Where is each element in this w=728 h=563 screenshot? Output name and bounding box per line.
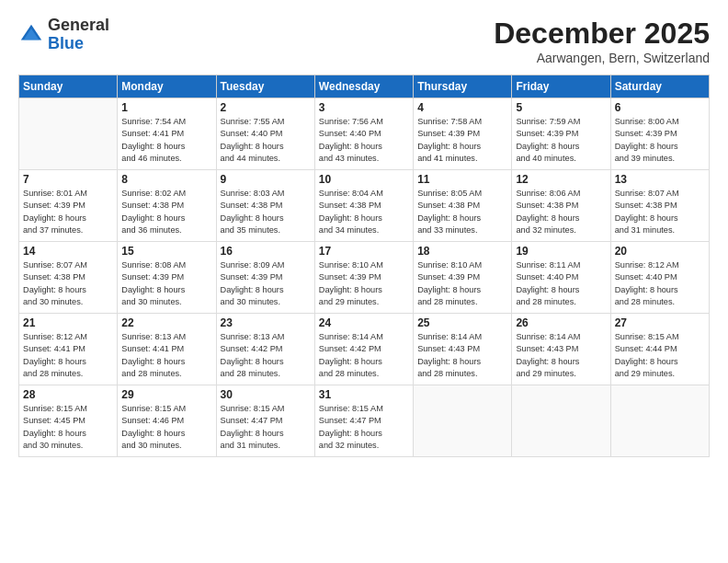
calendar-week-3: 21Sunrise: 8:12 AM Sunset: 4:41 PM Dayli…: [19, 314, 710, 385]
day-number: 7: [23, 173, 113, 186]
calendar-cell: 18Sunrise: 8:10 AM Sunset: 4:39 PM Dayli…: [414, 242, 512, 314]
calendar-cell: 31Sunrise: 8:15 AM Sunset: 4:47 PM Dayli…: [314, 385, 413, 457]
day-info: Sunrise: 7:54 AM Sunset: 4:41 PM Dayligh…: [121, 116, 211, 165]
month-title: December 2025: [494, 17, 710, 51]
day-number: 9: [221, 173, 311, 186]
day-number: 20: [615, 245, 705, 258]
day-info: Sunrise: 8:00 AM Sunset: 4:39 PM Dayligh…: [615, 116, 705, 165]
calendar-header-row: SundayMondayTuesdayWednesdayThursdayFrid…: [19, 75, 710, 98]
calendar-cell: 22Sunrise: 8:13 AM Sunset: 4:41 PM Dayli…: [118, 314, 216, 385]
calendar-cell: [512, 385, 610, 457]
day-info: Sunrise: 8:12 AM Sunset: 4:41 PM Dayligh…: [23, 331, 113, 380]
calendar-cell: 19Sunrise: 8:11 AM Sunset: 4:40 PM Dayli…: [512, 242, 610, 314]
calendar-week-0: 1Sunrise: 7:54 AM Sunset: 4:41 PM Daylig…: [19, 98, 710, 170]
calendar-header-saturday: Saturday: [610, 75, 709, 98]
calendar-header-friday: Friday: [512, 75, 610, 98]
logo: General Blue: [18, 17, 109, 53]
calendar-cell: 4Sunrise: 7:58 AM Sunset: 4:39 PM Daylig…: [414, 98, 512, 170]
calendar-header-monday: Monday: [118, 75, 216, 98]
calendar-week-4: 28Sunrise: 8:15 AM Sunset: 4:45 PM Dayli…: [19, 385, 710, 457]
calendar-cell: 16Sunrise: 8:09 AM Sunset: 4:39 PM Dayli…: [216, 242, 314, 314]
calendar-cell: 14Sunrise: 8:07 AM Sunset: 4:38 PM Dayli…: [19, 242, 118, 314]
logo-general: General: [48, 17, 109, 35]
day-info: Sunrise: 8:14 AM Sunset: 4:43 PM Dayligh…: [417, 331, 507, 380]
day-number: 22: [121, 316, 211, 329]
day-number: 24: [319, 316, 409, 329]
day-number: 30: [221, 388, 311, 401]
day-number: 15: [121, 245, 211, 258]
calendar-cell: [19, 98, 118, 170]
day-info: Sunrise: 8:02 AM Sunset: 4:38 PM Dayligh…: [121, 188, 211, 236]
day-number: 2: [221, 101, 311, 114]
day-number: 6: [615, 101, 705, 114]
day-info: Sunrise: 8:04 AM Sunset: 4:38 PM Dayligh…: [319, 188, 409, 236]
calendar-cell: 30Sunrise: 8:15 AM Sunset: 4:47 PM Dayli…: [216, 385, 314, 457]
day-info: Sunrise: 8:13 AM Sunset: 4:42 PM Dayligh…: [221, 331, 311, 380]
day-number: 29: [121, 388, 211, 401]
day-number: 12: [516, 173, 606, 186]
day-info: Sunrise: 8:15 AM Sunset: 4:46 PM Dayligh…: [121, 403, 211, 452]
day-number: 19: [516, 245, 606, 258]
day-number: 17: [319, 245, 409, 258]
day-number: 11: [417, 173, 507, 186]
day-info: Sunrise: 8:07 AM Sunset: 4:38 PM Dayligh…: [615, 188, 705, 236]
day-info: Sunrise: 8:07 AM Sunset: 4:38 PM Dayligh…: [23, 259, 113, 308]
day-number: 31: [319, 388, 409, 401]
calendar-cell: 27Sunrise: 8:15 AM Sunset: 4:44 PM Dayli…: [610, 314, 709, 385]
calendar-cell: 25Sunrise: 8:14 AM Sunset: 4:43 PM Dayli…: [414, 314, 512, 385]
calendar-header-thursday: Thursday: [414, 75, 512, 98]
day-number: 1: [121, 101, 211, 114]
day-number: 5: [516, 101, 606, 114]
day-number: 18: [417, 245, 507, 258]
calendar-cell: [610, 385, 709, 457]
day-number: 23: [221, 316, 311, 329]
calendar-week-2: 14Sunrise: 8:07 AM Sunset: 4:38 PM Dayli…: [19, 242, 710, 314]
calendar-cell: 7Sunrise: 8:01 AM Sunset: 4:39 PM Daylig…: [19, 170, 118, 242]
day-info: Sunrise: 8:01 AM Sunset: 4:39 PM Dayligh…: [23, 188, 113, 236]
day-info: Sunrise: 7:55 AM Sunset: 4:40 PM Dayligh…: [221, 116, 311, 165]
calendar-cell: 6Sunrise: 8:00 AM Sunset: 4:39 PM Daylig…: [610, 98, 709, 170]
calendar-cell: 8Sunrise: 8:02 AM Sunset: 4:38 PM Daylig…: [118, 170, 216, 242]
calendar-cell: 3Sunrise: 7:56 AM Sunset: 4:40 PM Daylig…: [314, 98, 413, 170]
day-info: Sunrise: 8:08 AM Sunset: 4:39 PM Dayligh…: [121, 259, 211, 308]
page: General Blue December 2025 Aarwangen, Be…: [0, 0, 728, 563]
day-info: Sunrise: 8:03 AM Sunset: 4:38 PM Dayligh…: [221, 188, 311, 236]
calendar-cell: 29Sunrise: 8:15 AM Sunset: 4:46 PM Dayli…: [118, 385, 216, 457]
day-info: Sunrise: 8:14 AM Sunset: 4:43 PM Dayligh…: [516, 331, 606, 380]
calendar-cell: 26Sunrise: 8:14 AM Sunset: 4:43 PM Dayli…: [512, 314, 610, 385]
day-number: 10: [319, 173, 409, 186]
day-number: 25: [417, 316, 507, 329]
day-number: 28: [23, 388, 113, 401]
logo-text: General Blue: [48, 17, 109, 53]
day-number: 27: [615, 316, 705, 329]
calendar-cell: 2Sunrise: 7:55 AM Sunset: 4:40 PM Daylig…: [216, 98, 314, 170]
day-number: 3: [319, 101, 409, 114]
day-info: Sunrise: 8:05 AM Sunset: 4:38 PM Dayligh…: [417, 188, 507, 236]
day-info: Sunrise: 8:15 AM Sunset: 4:45 PM Dayligh…: [23, 403, 113, 452]
day-info: Sunrise: 8:15 AM Sunset: 4:47 PM Dayligh…: [221, 403, 311, 452]
day-number: 4: [417, 101, 507, 114]
logo-icon: [18, 22, 44, 48]
day-number: 13: [615, 173, 705, 186]
day-info: Sunrise: 8:10 AM Sunset: 4:39 PM Dayligh…: [417, 259, 507, 308]
calendar-cell: 17Sunrise: 8:10 AM Sunset: 4:39 PM Dayli…: [314, 242, 413, 314]
calendar-cell: 13Sunrise: 8:07 AM Sunset: 4:38 PM Dayli…: [610, 170, 709, 242]
location: Aarwangen, Bern, Switzerland: [494, 51, 710, 65]
calendar-header-wednesday: Wednesday: [314, 75, 413, 98]
day-info: Sunrise: 8:06 AM Sunset: 4:38 PM Dayligh…: [516, 188, 606, 236]
day-info: Sunrise: 8:13 AM Sunset: 4:41 PM Dayligh…: [121, 331, 211, 380]
calendar-cell: 12Sunrise: 8:06 AM Sunset: 4:38 PM Dayli…: [512, 170, 610, 242]
day-info: Sunrise: 7:59 AM Sunset: 4:39 PM Dayligh…: [516, 116, 606, 165]
calendar: SundayMondayTuesdayWednesdayThursdayFrid…: [18, 75, 710, 457]
header: General Blue December 2025 Aarwangen, Be…: [18, 17, 710, 65]
calendar-header-sunday: Sunday: [19, 75, 118, 98]
day-number: 14: [23, 245, 113, 258]
calendar-cell: 15Sunrise: 8:08 AM Sunset: 4:39 PM Dayli…: [118, 242, 216, 314]
calendar-cell: 20Sunrise: 8:12 AM Sunset: 4:40 PM Dayli…: [610, 242, 709, 314]
calendar-cell: 9Sunrise: 8:03 AM Sunset: 4:38 PM Daylig…: [216, 170, 314, 242]
day-number: 26: [516, 316, 606, 329]
day-info: Sunrise: 8:12 AM Sunset: 4:40 PM Dayligh…: [615, 259, 705, 308]
day-info: Sunrise: 8:09 AM Sunset: 4:39 PM Dayligh…: [221, 259, 311, 308]
calendar-cell: 24Sunrise: 8:14 AM Sunset: 4:42 PM Dayli…: [314, 314, 413, 385]
day-info: Sunrise: 7:56 AM Sunset: 4:40 PM Dayligh…: [319, 116, 409, 165]
